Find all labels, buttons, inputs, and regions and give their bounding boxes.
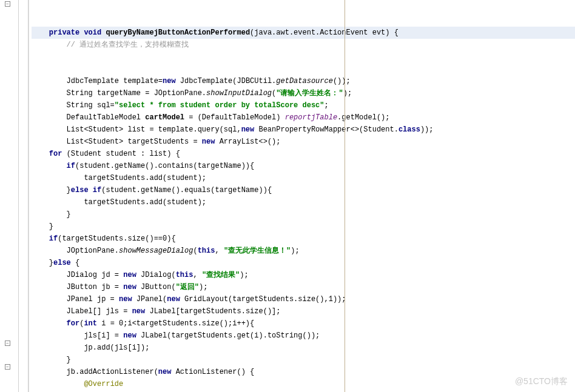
code-line[interactable]: targetStudents.add(student); [32,172,575,184]
code-token: (java.awt.event.ActionEvent evt) { [250,28,398,37]
code-token: } [32,186,71,194]
code-line[interactable]: JButton jb = new JButton("返回"); [32,281,575,293]
code-token: showMessageDialog [119,247,193,255]
code-line[interactable]: jb.addActionListener(new ActionListener(… [32,366,575,378]
fold-icon[interactable]: − [5,341,10,346]
code-line[interactable]: JOptionPane.showMessageDialog(this, "查无此… [32,245,575,257]
code-token: } [32,356,71,364]
code-token: showInputDialog [206,89,272,98]
code-token [32,53,36,61]
code-token: JButton jb = [32,283,123,291]
code-line[interactable]: // 通过姓名查找学生，支持模糊查找 [32,39,575,51]
code-token: ); [291,247,299,255]
code-token: new [167,295,184,304]
code-token: ( [193,247,197,255]
code-token: @Override [84,380,123,388]
code-line[interactable] [32,63,575,75]
code-token: queryByNamejButtonActionPerformed [106,28,250,37]
code-token: } [32,259,53,267]
code-token: new [241,125,259,134]
code-token: targetStudents.add(student); [32,174,206,182]
code-token: , [215,247,223,255]
code-token [32,380,84,388]
code-token: , [193,271,201,279]
code-token: "查无此学生信息！" [224,247,291,255]
code-token: if [49,234,58,243]
code-token [32,162,67,170]
code-token: "请输入学生姓名：" [276,89,343,98]
code-token: List<Student> list = template.query(sql, [32,125,241,134]
code-line[interactable]: DefaultTableModel cartModel = (DefaultTa… [32,111,575,124]
code-token: new [163,77,180,85]
code-line[interactable]: private void queryByNamejButtonActionPer… [32,27,575,39]
code-line[interactable]: jls[i] = new JLabel(targetStudents.get(i… [32,330,575,342]
code-line[interactable]: List<Student> list = template.query(sql,… [32,124,575,136]
code-token [32,234,49,243]
code-token: JPanel( [136,295,167,304]
code-line[interactable]: String targetName = JOptionPane.showInpu… [32,87,575,99]
code-token: new [123,271,141,279]
code-token: "返回" [176,283,199,291]
code-line[interactable]: for(int i = 0;i<targetStudents.size();i+… [32,317,575,330]
code-token: ); [240,271,248,279]
code-token: String targetName = JOptionPane. [32,89,206,98]
code-line[interactable] [32,51,575,63]
code-line[interactable]: List<Student> targetStudents = new Array… [32,136,575,148]
code-token: ()); [333,77,351,85]
code-token: this [176,271,193,279]
code-line[interactable]: JLabel[] jls = new JLabel[targetStudents… [32,305,575,317]
code-token: String sql= [32,101,115,110]
code-token: { [75,259,79,267]
code-line[interactable]: }else if(student.getName().equals(target… [32,184,575,196]
code-line[interactable]: for (Student student : list) { [32,148,575,160]
code-line[interactable]: JPanel jp = new JPanel(new GridLayout(ta… [32,293,575,305]
code-token: JLabel[targetStudents.size()]; [149,307,280,316]
code-token: JLabel(targetStudents.get(i).toString())… [141,331,320,340]
fold-icon[interactable]: − [5,1,10,7]
code-token: jb.addActionListener( [32,368,158,376]
code-token: .getModel(); [337,113,389,122]
code-token [32,65,36,73]
code-line[interactable]: targetStudents.add(student); [32,196,575,208]
code-token: JdbcTemplate template= [32,77,163,85]
code-token: for [67,319,80,328]
code-token: i = 0;i<targetStudents.size();i++){ [101,319,254,328]
code-token [32,319,67,328]
code-token: jp.add(jls[i]); [32,344,149,352]
code-token: DefaultTableModel [32,113,145,122]
code-token: class [398,125,420,134]
code-line[interactable]: } [32,354,575,366]
code-line[interactable]: JDialog jd = new JDialog(this, "查找结果"); [32,269,575,281]
code-line[interactable]: String sql="select * from student order … [32,99,575,111]
code-token: ArrayList<>(); [220,138,281,146]
editor-container: −−− private void queryByNamejButtonActio… [0,0,575,392]
fold-icon[interactable]: − [5,364,10,370]
code-token: ; [324,101,328,110]
code-line[interactable]: if(targetStudents.size()==0){ [32,233,575,245]
code-token: reportjTable [285,113,337,122]
code-line[interactable]: jp.add(jls[i]); [32,342,575,354]
code-line[interactable]: if(student.getName().contains(targetName… [32,160,575,172]
code-token: (Student student : list) { [67,150,180,158]
code-token: JLabel[] jls = [32,307,132,316]
watermark: @51CTO博客 [515,376,568,387]
code-token: getDatasource [276,77,333,85]
code-line[interactable]: } [32,208,575,221]
code-token: new [123,331,141,340]
code-token: JDialog( [141,271,176,279]
code-token: private void [49,28,106,37]
code-line[interactable]: JdbcTemplate template=new JdbcTemplate(J… [32,75,575,87]
code-token: else [53,259,75,267]
code-token [32,150,49,158]
code-area[interactable]: private void queryByNamejButtonActionPer… [29,0,575,392]
gutter-guide [18,0,19,392]
code-line[interactable]: @Override [32,378,575,390]
code-line[interactable]: } [32,221,575,233]
code-token: (student.getName().contains(targetName))… [75,162,254,170]
code-token: ); [199,283,207,291]
code-token: "查找结果" [202,271,240,279]
code-token: JPanel jp = [32,295,119,304]
code-token: JdbcTemplate(JDBCUtil. [180,77,276,85]
code-token: )); [420,125,434,134]
code-line[interactable]: }else { [32,257,575,269]
